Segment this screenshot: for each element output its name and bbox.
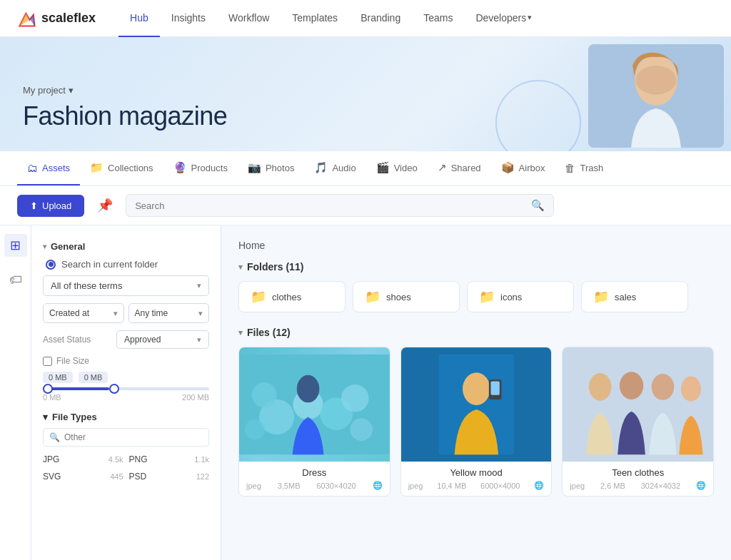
svg-point-15 [297, 375, 320, 403]
svg-rect-20 [490, 382, 499, 395]
file-type-png[interactable]: PNG 1.1k [129, 452, 210, 467]
folder-icons[interactable]: 📁 icons [467, 281, 574, 312]
file-types-title[interactable]: ▾ File Types [43, 412, 209, 422]
folders-caret-icon[interactable]: ▾ [238, 263, 243, 272]
tab-shared-label: Shared [451, 163, 481, 173]
range-min-label: 0 MB [43, 393, 61, 402]
search-in-folder-option[interactable]: Search in current folder [43, 259, 209, 270]
tab-audio[interactable]: 🎵 Audio [304, 151, 366, 185]
upload-button[interactable]: ⬆ Upload [17, 195, 84, 217]
psd-count: 122 [196, 472, 209, 481]
tab-trash-label: Trash [580, 163, 603, 173]
logo-text: scaleflex [41, 11, 96, 26]
tab-trash[interactable]: 🗑 Trash [555, 152, 613, 185]
breadcrumb[interactable]: My project ▾ [23, 85, 227, 96]
file-type-search-input[interactable] [64, 432, 203, 442]
range-max-label: 200 MB [182, 393, 209, 402]
tab-audio-icon: 🎵 [314, 161, 328, 174]
file-size-checkbox[interactable] [43, 357, 52, 366]
hero-image [588, 44, 724, 148]
psd-label: PSD [129, 472, 147, 482]
tab-airbox-icon: 📦 [501, 161, 515, 174]
status-dropdown[interactable]: Approved ▾ [116, 330, 209, 349]
folder-shoes-icon: 📁 [365, 289, 380, 305]
sidebar-mini: ⊞ 🏷 [0, 225, 31, 560]
file-type-psd[interactable]: PSD 122 [129, 469, 210, 484]
nav-templates[interactable]: Templates [281, 0, 349, 37]
logo[interactable]: scaleflex [17, 9, 96, 29]
svg-point-25 [681, 376, 701, 401]
sidebar-filters: ▾ General Search in current folder All o… [31, 225, 221, 560]
nav-hub[interactable]: Hub [119, 0, 160, 37]
range-track [43, 387, 209, 390]
tab-video[interactable]: 🎬 Video [366, 151, 428, 185]
file-type-search-icon: 🔍 [49, 432, 60, 442]
asset-status-label: Asset Status [43, 335, 91, 345]
tab-assets[interactable]: 🗂 Assets [17, 152, 80, 185]
file-dress-dims: 6030×4020 [316, 482, 356, 490]
file-type-jpg[interactable]: JPG 4.5k [43, 452, 123, 467]
pin-button[interactable]: 📌 [93, 193, 117, 218]
folder-sales[interactable]: 📁 sales [581, 281, 688, 312]
folder-clothes[interactable]: 📁 clothes [238, 281, 346, 312]
tags-icon[interactable]: 🏷 [4, 268, 27, 291]
svg-point-13 [350, 418, 373, 441]
search-bar: 🔍 [126, 194, 554, 217]
file-teen-dims: 3024×4032 [641, 482, 680, 490]
file-card-dress[interactable]: Dress jpeg 3,5MB 6030×4020 🌐 [238, 347, 390, 497]
created-at-dropdown[interactable]: Created at ▾ [43, 303, 124, 323]
files-section: ▾ Files (12) [238, 327, 714, 497]
jpg-count: 4.5k [109, 455, 123, 464]
range-min-badge: 0 MB [43, 372, 73, 383]
time-range-dropdown[interactable]: Any time ▾ [128, 303, 210, 323]
tab-assets-icon: 🗂 [27, 162, 38, 174]
search-in-folder-label: Search in current folder [61, 259, 158, 270]
tab-video-icon: 🎬 [376, 161, 390, 174]
folder-icons-icon: 📁 [479, 289, 495, 305]
file-dress-globe-icon: 🌐 [373, 481, 383, 490]
tab-photos[interactable]: 📷 Photos [238, 151, 304, 185]
tab-shared[interactable]: ↗ Shared [428, 151, 491, 185]
folder-icons-name: icons [500, 292, 522, 302]
file-card-teen[interactable]: Teen clothes jpeg 2,6 MB 3024×4032 🌐 [562, 347, 714, 497]
file-type-svg[interactable]: SVG 445 [43, 469, 123, 484]
tab-products-label: Products [191, 163, 228, 173]
tab-airbox[interactable]: 📦 Airbox [491, 151, 555, 185]
nav-developers[interactable]: Developers [464, 0, 543, 37]
folder-sales-name: sales [615, 292, 636, 302]
search-input[interactable] [135, 200, 525, 211]
range-thumb-right[interactable] [109, 384, 119, 394]
upload-icon: ⬆ [30, 200, 38, 211]
page-title: Fashion magazine [23, 101, 227, 131]
svg-label: SVG [43, 472, 61, 482]
tab-audio-label: Audio [332, 163, 356, 173]
file-dress-name: Dress [246, 467, 383, 478]
caret-icon: ▾ [43, 243, 46, 250]
terms-dropdown[interactable]: All of these terms ▾ [43, 275, 209, 296]
actions-bar: ⬆ Upload 📌 🔍 [0, 186, 731, 225]
upload-label: Upload [42, 200, 71, 211]
tab-collections[interactable]: 📁 Collections [80, 151, 163, 185]
files-caret-icon[interactable]: ▾ [238, 328, 243, 337]
range-thumb-left[interactable] [43, 384, 53, 394]
tab-collections-icon: 📁 [90, 161, 104, 174]
any-time-label: Any time [135, 308, 168, 318]
tab-products[interactable]: 🔮 Products [163, 151, 238, 185]
tab-trash-icon: 🗑 [565, 162, 575, 174]
svg-point-22 [589, 373, 612, 401]
created-at-caret: ▾ [114, 309, 118, 318]
file-yellow-globe-icon: 🌐 [534, 481, 544, 490]
jpg-label: JPG [43, 454, 59, 464]
folder-shoes[interactable]: 📁 shoes [353, 281, 460, 312]
general-filter-title[interactable]: ▾ General [43, 241, 209, 252]
nav-workflow[interactable]: Workflow [217, 0, 281, 37]
filter-icon[interactable]: ⊞ [4, 234, 27, 257]
search-icon[interactable]: 🔍 [531, 199, 545, 212]
nav-insights[interactable]: Insights [160, 0, 217, 37]
nav-branding[interactable]: Branding [349, 0, 412, 37]
svg-point-18 [463, 372, 490, 405]
file-card-yellow[interactable]: Yellow mood jpeg 10,4 MB 6000×4000 🌐 [400, 347, 553, 497]
status-caret-icon: ▾ [197, 335, 201, 345]
folder-sales-icon: 📁 [593, 289, 609, 305]
nav-teams[interactable]: Teams [412, 0, 464, 37]
